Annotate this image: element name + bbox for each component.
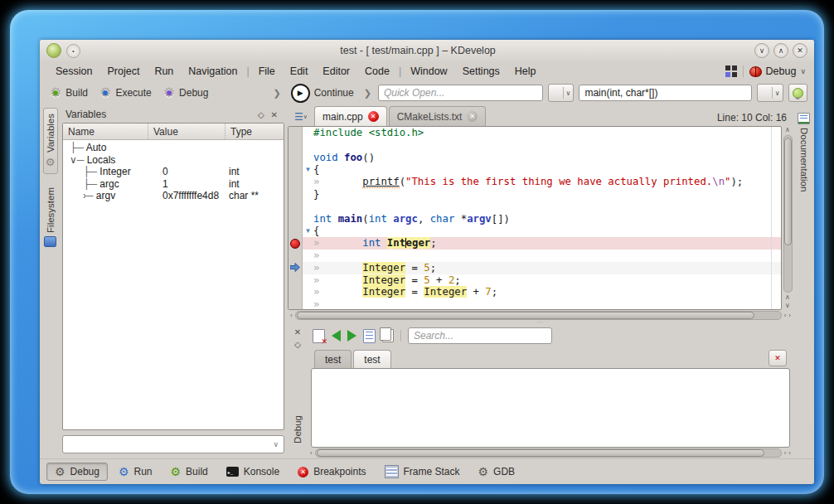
menu-window[interactable]: Window (403, 64, 454, 79)
column-type[interactable]: Type (225, 124, 284, 139)
toolbar-expander-icon[interactable]: ❯ (271, 88, 282, 99)
variables-table-header[interactable]: Name Value Type (63, 124, 284, 140)
menu-code[interactable]: Code (357, 64, 397, 79)
scroll-up-icon[interactable]: ∧ (785, 127, 790, 133)
statusbar-button-build[interactable]: ⚙Build (163, 463, 216, 480)
fold-marker-icon[interactable]: ▼ (303, 163, 313, 176)
icon-border[interactable] (289, 237, 303, 250)
forward-dropdown-icon[interactable]: ∨ (772, 87, 780, 99)
previous-item-icon[interactable] (332, 330, 341, 342)
code-line[interactable]: » Integer = 5; (289, 262, 781, 274)
statusbar-button-run[interactable]: ⚙Run (111, 463, 160, 480)
hscroll-left2-icon[interactable]: ‹ (784, 313, 787, 319)
sidebar-tab-variables[interactable]: Variables⚙ (43, 108, 58, 174)
forward-navigation-button[interactable]: ∨ (757, 84, 783, 102)
tree-expander[interactable]: ›─ (83, 190, 96, 201)
session-switcher[interactable]: Debug ∨ (749, 65, 806, 77)
symbol-combo[interactable] (579, 85, 751, 101)
tree-expander[interactable]: ├─ (70, 142, 86, 153)
float-bottom-panel-icon[interactable]: ◇ (294, 340, 301, 349)
menu-edit[interactable]: Edit (283, 64, 316, 79)
breakpoint-icon[interactable] (290, 239, 300, 249)
editor-horizontal-scrollbar[interactable]: ‹ ‹ › (288, 310, 793, 321)
icon-border[interactable] (289, 139, 303, 152)
menu-settings[interactable]: Settings (455, 64, 507, 79)
output-tab-test-0[interactable]: test (314, 350, 352, 368)
expression-combo[interactable]: ∨ (62, 435, 284, 453)
titlebar[interactable]: • test - [ test/main.cpp ] – KDevelop ∨ … (40, 40, 814, 61)
code-line[interactable] (289, 139, 781, 152)
next-item-icon[interactable] (347, 330, 356, 342)
sidebar-tab-filesystem[interactable]: Filesystem (42, 182, 58, 252)
continue-button[interactable]: ▶ Continue (288, 82, 357, 104)
code-line[interactable]: } (289, 188, 781, 201)
clear-output-icon[interactable] (313, 329, 325, 343)
statusbar-button-konsole[interactable]: ▸_Konsole (219, 463, 287, 480)
code-line[interactable]: » Integer = Integer + 7; (289, 286, 781, 298)
area-switcher-icon[interactable] (725, 65, 737, 77)
menu-help[interactable]: Help (507, 64, 544, 79)
code-line[interactable] (289, 201, 781, 213)
maximize-button[interactable]: ∧ (773, 43, 788, 58)
tip-button[interactable] (788, 84, 807, 102)
output-horizontal-scrollbar[interactable]: ‹ ‹ › (308, 448, 793, 458)
column-name[interactable]: Name (63, 124, 148, 139)
statusbar-button-gdb[interactable]: ⚙GDB (471, 463, 523, 480)
close-bottom-panel-icon[interactable]: ✕ (294, 327, 301, 337)
code-line[interactable]: ▼{ (289, 225, 781, 237)
output-hscroll-thumb[interactable] (317, 449, 765, 457)
menu-file[interactable]: File (251, 64, 283, 79)
hscroll-right-icon[interactable]: › (788, 313, 791, 319)
icon-border[interactable] (289, 176, 303, 188)
icon-border[interactable] (289, 188, 303, 201)
close-tab-icon[interactable]: ✕ (368, 111, 379, 122)
tree-expander[interactable]: ├─ (83, 178, 99, 190)
copy-icon[interactable] (382, 329, 394, 342)
close-tab-icon[interactable]: ✕ (467, 111, 478, 122)
icon-border[interactable] (289, 262, 303, 274)
back-navigation-button[interactable]: ∨ (548, 84, 575, 102)
hscroll-thumb[interactable] (297, 312, 754, 319)
code-line[interactable]: #include <stdio.h> (289, 127, 781, 139)
output-tab-test-1[interactable]: test (353, 350, 390, 368)
close-output-tab-button[interactable]: ✕ (769, 350, 787, 366)
scroll-up2-icon[interactable]: ∧ (785, 294, 790, 301)
icon-border[interactable] (289, 152, 303, 164)
menu-project[interactable]: Project (99, 64, 147, 79)
variable-row[interactable]: ├─ Auto (63, 142, 284, 154)
float-panel-icon[interactable]: ◇ (255, 110, 268, 119)
output-hscroll-left-icon[interactable]: ‹ (310, 450, 313, 457)
code-area[interactable]: #include <stdio.h>void foo()▼{» printf("… (288, 126, 782, 310)
shade-button[interactable]: • (66, 44, 80, 58)
code-line[interactable]: ▼{ (289, 163, 781, 176)
menu-session[interactable]: Session (48, 64, 99, 79)
code-line[interactable]: » (289, 298, 781, 310)
statusbar-button-debug[interactable]: ⚙Debug (46, 463, 108, 481)
document-list-icon[interactable]: ☰∨ (291, 109, 311, 125)
code-line[interactable]: » int Integer; (289, 237, 781, 250)
icon-border[interactable] (289, 201, 303, 213)
close-panel-icon[interactable]: ✕ (268, 110, 281, 119)
icon-border[interactable] (289, 213, 303, 225)
editor-tab-CMakeLists.txt[interactable]: CMakeLists.txt✕ (389, 106, 487, 126)
bottom-panel-tab-debug[interactable]: Debug (293, 415, 303, 443)
toolbar-expander2-icon[interactable]: ❯ (362, 88, 373, 99)
variables-table[interactable]: Name Value Type ├─ Auto∨─ Locals├─ Integ… (62, 123, 284, 430)
code-line[interactable]: void foo() (289, 152, 781, 164)
scroll-down-icon[interactable]: ∨ (785, 303, 790, 309)
icon-border[interactable] (289, 163, 303, 176)
editor-vertical-scrollbar[interactable]: ∧ ∧ ∨ (782, 126, 793, 310)
menu-navigation[interactable]: Navigation (181, 64, 245, 79)
minimize-button[interactable]: ∨ (754, 43, 769, 58)
output-hscroll-left2-icon[interactable]: ‹ (784, 450, 787, 457)
editor-tab-main.cpp[interactable]: main.cpp✕ (314, 106, 387, 126)
output-view[interactable] (311, 368, 790, 448)
code-line[interactable]: » printf("This is the first thing we hav… (289, 176, 781, 188)
output-search-input[interactable] (408, 327, 552, 344)
statusbar-button-breakpoints[interactable]: ✕Breakpoints (290, 463, 373, 480)
variable-row[interactable]: ├─ Integer0int (63, 166, 284, 178)
debug-button[interactable]: ⚙ Debug (160, 85, 212, 101)
variable-row[interactable]: ├─ argc1int (63, 178, 284, 191)
variable-row[interactable]: ›─ argv0x7fffffffe4d8char ** (63, 190, 284, 202)
quick-open-input[interactable] (378, 85, 543, 101)
